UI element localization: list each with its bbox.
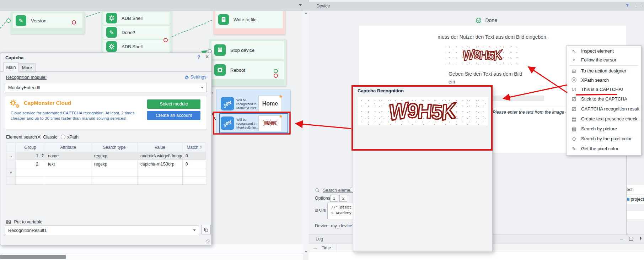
spinner-icon[interactable] xyxy=(42,153,44,157)
cell-group[interactable]: 1 xyxy=(16,152,45,160)
option-1-button[interactable]: 1 xyxy=(330,195,338,202)
menu-item-action-designer[interactable]: ⊞To the action designer xyxy=(567,66,641,75)
menu-item-search-picture[interactable]: ▨Search by picture xyxy=(567,124,641,133)
scroll-down-icon[interactable] xyxy=(305,251,307,253)
put-to-variable[interactable]: Put to variable xyxy=(6,218,42,225)
pin-icon[interactable] xyxy=(638,236,643,241)
log-title: Log xyxy=(316,237,323,242)
cell-empty[interactable] xyxy=(91,168,138,177)
port-out-error[interactable] xyxy=(274,74,278,78)
settings-link[interactable]: Settings xyxy=(184,75,206,80)
cell-search-type[interactable]: regexp xyxy=(91,152,138,160)
flow-group-stop[interactable]: Stop device Reboot xyxy=(209,39,286,86)
cell-attribute[interactable]: text xyxy=(45,160,91,168)
port-out-error[interactable] xyxy=(163,38,168,42)
radio-xpath-label[interactable]: xPath xyxy=(67,135,79,140)
list-item-captcha[interactable]: ʒ0N Will be recognized in MonkeyEnter...… xyxy=(219,113,288,133)
variable-select[interactable]: RecognitionResult1 xyxy=(5,226,199,235)
menu-item-xpath-search[interactable]: ⓧXPath search xyxy=(567,76,641,85)
table-row[interactable]: 2 text regexp captcha-rn1S3orp 0 xyxy=(6,160,206,168)
recognition-module-label[interactable]: Recognition module: xyxy=(6,75,47,80)
flow-node-adb-shell-2[interactable]: ADB Shell xyxy=(103,40,170,53)
cell-value[interactable]: captcha-rn1S3orp xyxy=(138,160,183,168)
maximize-icon[interactable] xyxy=(629,237,633,241)
close-icon[interactable]: × xyxy=(205,54,209,60)
flow-group-write[interactable]: Write to file xyxy=(213,9,285,34)
table-row-new[interactable]: ∗ xyxy=(6,168,206,177)
col-match[interactable]: Match # xyxy=(183,143,206,152)
module-select[interactable]: MonkeyEnter.dll xyxy=(5,83,207,92)
menu-item-text-presence[interactable]: ▤Create text presence check xyxy=(567,114,641,123)
tab-main[interactable]: Main xyxy=(3,63,19,72)
select-module-button[interactable]: Select module xyxy=(147,99,200,109)
panel-dropdown-caret-icon[interactable] xyxy=(299,4,302,6)
col-attribute[interactable]: Attribute xyxy=(45,143,91,152)
cell-group[interactable]: 2 xyxy=(16,160,45,168)
node-label: Stop device xyxy=(230,48,254,53)
menu-item-follow-cursor[interactable]: ⌖Follow the cursor xyxy=(567,55,641,64)
menu-item-inspect-element[interactable]: ↖Inspect element xyxy=(567,47,641,55)
minimize-icon[interactable] xyxy=(620,239,623,239)
radio-xpath[interactable] xyxy=(61,135,65,139)
port-out-success[interactable] xyxy=(274,69,278,73)
menu-item-this-is-captcha[interactable]: ☑This is a CAPTCHA! xyxy=(567,85,641,94)
cell-filler xyxy=(45,177,91,185)
menu-item-captcha-result[interactable]: ☑CAPTCHA recognition result xyxy=(567,104,641,113)
maximize-icon[interactable] xyxy=(636,4,640,8)
copy-variable-button[interactable] xyxy=(202,225,211,234)
search-element-link[interactable]: Search element xyxy=(315,187,354,193)
flow-node-reboot[interactable]: Reboot xyxy=(211,61,284,79)
flow-node-stop-device[interactable]: Stop device xyxy=(211,41,284,59)
resize-grip[interactable] xyxy=(206,239,210,243)
help-icon[interactable]: ? xyxy=(626,3,629,8)
cell-search-type[interactable]: regexp xyxy=(91,160,138,168)
menu-item-stick-captcha[interactable]: ☑Stick to the CAPTCHA xyxy=(567,94,641,103)
action-designer-icon: ⊞ xyxy=(571,68,577,74)
pencil-icon: ✎ xyxy=(106,27,117,38)
menu-item-search-pixel-color[interactable]: ⊙Search by the pixel color xyxy=(567,134,641,143)
menu-item-get-pixel-color[interactable]: ✎Get the pixel color xyxy=(567,144,641,153)
node-label: Write to file xyxy=(234,17,257,22)
vertical-scrollbar[interactable] xyxy=(303,11,309,254)
port-out-error[interactable] xyxy=(72,20,76,25)
log-col-more[interactable]: ... xyxy=(313,245,317,249)
cell-attribute[interactable]: name xyxy=(45,152,91,160)
table-header-row: Group Attribute Search type Value Match … xyxy=(6,143,206,152)
cell-empty[interactable] xyxy=(138,168,183,177)
radio-classic-label[interactable]: Classic xyxy=(43,135,57,140)
element-search-label[interactable]: Element search: xyxy=(6,135,38,140)
port-in[interactable] xyxy=(6,18,11,23)
captcha-result-icon: ☑ xyxy=(571,106,577,112)
cell-empty[interactable] xyxy=(183,168,206,177)
flow-node-done[interactable]: ✎ Done? xyxy=(103,26,170,39)
scrollbar-thumb[interactable] xyxy=(0,255,66,259)
tab-fragment-test[interactable]: est xyxy=(627,185,644,194)
cell-empty[interactable] xyxy=(45,168,91,177)
table-row[interactable]: → 1 name regexp android\.widget\.Image 0 xyxy=(6,152,206,160)
col-group[interactable]: Group xyxy=(16,143,45,152)
option-2-button[interactable]: 2 xyxy=(339,195,347,202)
flow-node-write-to-file[interactable]: Write to file xyxy=(215,11,283,28)
scroll-up-icon[interactable] xyxy=(305,12,307,14)
col-search-type[interactable]: Search type xyxy=(91,143,138,152)
create-account-button[interactable]: Create an account xyxy=(147,111,200,120)
captcha-thumbnail: W9H5K ★ xyxy=(258,115,282,131)
star-icon: ★ xyxy=(279,114,283,119)
home-thumbnail: Home ★ xyxy=(258,96,282,112)
help-icon[interactable]: ? xyxy=(197,54,200,60)
cell-value[interactable]: android\.widget\.Image xyxy=(138,152,183,160)
row-marker: → xyxy=(6,152,16,160)
radio-classic[interactable] xyxy=(37,135,41,139)
save-icon xyxy=(6,220,11,224)
flow-node-adb-shell[interactable]: ADB Shell xyxy=(103,12,170,25)
log-col-time[interactable]: Time xyxy=(322,245,331,250)
tree-fragment-project[interactable]: project xyxy=(627,195,644,204)
flow-group-adb[interactable]: ADB Shell ✎ Done? ADB Shell xyxy=(101,10,172,57)
cell-empty[interactable] xyxy=(16,168,45,177)
cell-match[interactable]: 0 xyxy=(183,152,206,160)
gear-icon xyxy=(106,13,117,23)
cell-match[interactable]: 0 xyxy=(183,160,206,168)
list-item-home[interactable]: ʒ0N Will be recognized in MonkeyEnter...… xyxy=(221,95,286,113)
col-value[interactable]: Value xyxy=(138,143,183,152)
xpath-search-icon: ⓧ xyxy=(571,77,577,83)
